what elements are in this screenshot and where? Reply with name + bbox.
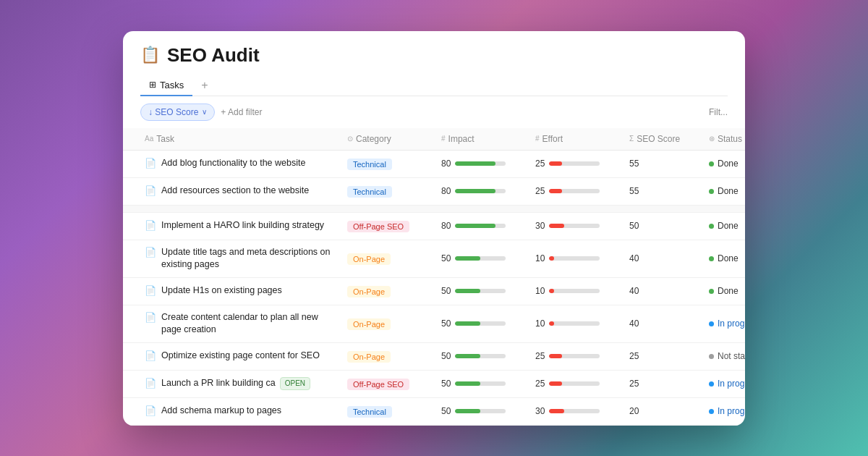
effort-cell: 25 (531, 374, 625, 393)
col-impact: # Impact (437, 128, 531, 150)
impact-value: 80 (441, 186, 451, 196)
category-cell: On-Page (343, 248, 437, 269)
status-dot (709, 224, 714, 229)
category-badge: Off-Page SEO (347, 379, 409, 390)
task-cell: 📄Optimize existing page content for SEO (140, 344, 343, 368)
effort-value: 30 (535, 221, 545, 231)
status-dot (709, 161, 714, 166)
status-dot (709, 409, 714, 414)
tabs-row: ⊞ Tasks + (140, 75, 728, 96)
title-row: 📋 SEO Audit (140, 44, 728, 67)
open-badge: OPEN (280, 377, 310, 390)
task-cell: 📄Add blog functionality to the website (140, 151, 343, 176)
add-filter-button[interactable]: + Add filter (221, 107, 262, 117)
score-cell: 55 (625, 154, 705, 173)
impact-value: 50 (441, 406, 451, 416)
score-cell: 25 (625, 374, 705, 393)
status-dot (709, 289, 714, 294)
impact-bar (455, 189, 506, 193)
impact-value: 50 (441, 351, 451, 361)
impact-cell: 50 (437, 374, 531, 393)
status-dot (709, 354, 714, 359)
col-effort: # Effort (531, 128, 625, 150)
effort-bar (549, 256, 600, 261)
status-cell: Done (705, 154, 745, 173)
effort-bar (549, 409, 600, 413)
tab-add[interactable]: + (195, 76, 213, 95)
col-category: ⊙ Category (343, 128, 437, 150)
impact-cell: 50 (437, 249, 531, 268)
impact-value: 80 (441, 159, 451, 169)
status-text: Done (718, 286, 739, 296)
col-seo-score: Σ SEO Score (625, 128, 705, 150)
document-icon: 📄 (145, 285, 156, 296)
effort-value: 25 (535, 159, 545, 169)
effort-cell: 10 (531, 314, 625, 333)
task-table: Aa Task ⊙ Category # Impact # Effort Σ S… (123, 128, 745, 426)
status-dot (709, 381, 714, 387)
status-text: In progress (718, 318, 745, 329)
category-badge: On-Page (347, 351, 391, 363)
effort-cell: 10 (531, 249, 625, 268)
effort-value: 30 (535, 406, 545, 416)
status-dot (709, 189, 714, 194)
table-row[interactable]: 📄Update title tags and meta descriptions… (123, 240, 745, 278)
effort-bar (549, 161, 600, 166)
table-row[interactable]: 📄Implement a HARO link building strategy… (123, 213, 745, 240)
col-task: Aa Task (140, 128, 343, 150)
impact-bar (455, 224, 506, 228)
status-text: Done (718, 253, 739, 263)
category-badge: On-Page (347, 318, 391, 330)
filter-right[interactable]: Filt... (709, 107, 728, 117)
status-cell: Done (705, 216, 745, 235)
table-row[interactable]: 📄Add schema markup to pagesTechnical5030… (123, 398, 745, 426)
score-cell: 50 (625, 216, 705, 235)
table-row[interactable]: 📄Optimize existing page content for SEOO… (123, 343, 745, 371)
effort-value: 25 (535, 379, 545, 389)
status-badge: Done (709, 253, 739, 263)
status-cell: In progress (705, 314, 745, 333)
table-row[interactable]: 📄Launch a PR link building caOPENOff-Pag… (123, 371, 745, 398)
impact-cell: 50 (437, 314, 531, 333)
status-cell: Not started (705, 347, 745, 366)
impact-value: 50 (441, 318, 451, 329)
status-badge: In progress (709, 318, 745, 329)
status-text: In progress (718, 406, 745, 416)
title-icon: 📋 (140, 46, 160, 64)
effort-cell: 25 (531, 182, 625, 200)
status-dot (709, 256, 714, 261)
table-row[interactable]: 📄Create content calendar to plan all new… (123, 305, 745, 343)
tab-tasks[interactable]: ⊞ Tasks (140, 75, 192, 96)
score-cell: 40 (625, 249, 705, 268)
task-cell: 📄Create content calendar to plan all new… (140, 305, 343, 342)
document-icon: 📄 (145, 312, 156, 323)
status-dot (709, 321, 714, 326)
effort-bar (549, 224, 600, 228)
impact-cell: 80 (437, 216, 531, 235)
impact-value: 50 (441, 253, 451, 263)
table-header: Aa Task ⊙ Category # Impact # Effort Σ S… (123, 128, 745, 151)
task-name: Optimize existing page content for SEO (161, 350, 320, 363)
status-badge: Not started (709, 351, 745, 361)
impact-bar (455, 354, 506, 358)
app-window: 📋 SEO Audit ⊞ Tasks + ↓ SEO Score ∨ + Ad… (123, 31, 745, 426)
category-cell: On-Page (343, 345, 437, 367)
seo-score-filter[interactable]: ↓ SEO Score ∨ (140, 104, 215, 121)
task-name: Add blog functionality to the website (161, 157, 305, 170)
impact-cell: 80 (437, 182, 531, 200)
category-cell: On-Page (343, 280, 437, 302)
impact-value: 80 (441, 221, 451, 231)
task-cell: 📄Implement a HARO link building strategy (140, 214, 343, 238)
task-cell: 📄Launch a PR link building caOPEN (140, 371, 343, 396)
status-badge: Done (709, 159, 739, 169)
tab-tasks-icon: ⊞ (149, 80, 156, 90)
table-row[interactable]: 📄Update H1s on existing pagesOn-Page5010… (123, 278, 745, 305)
impact-bar (455, 256, 506, 261)
effort-value: 25 (535, 186, 545, 196)
document-icon: 📄 (145, 220, 156, 231)
table-row[interactable]: 📄Add resources section to the websiteTec… (123, 178, 745, 206)
task-cell: 📄Add schema markup to pages (140, 399, 343, 423)
effort-value: 25 (535, 351, 545, 361)
header: 📋 SEO Audit ⊞ Tasks + (123, 31, 745, 96)
table-row[interactable]: 📄Add blog functionality to the websiteTe… (123, 151, 745, 178)
